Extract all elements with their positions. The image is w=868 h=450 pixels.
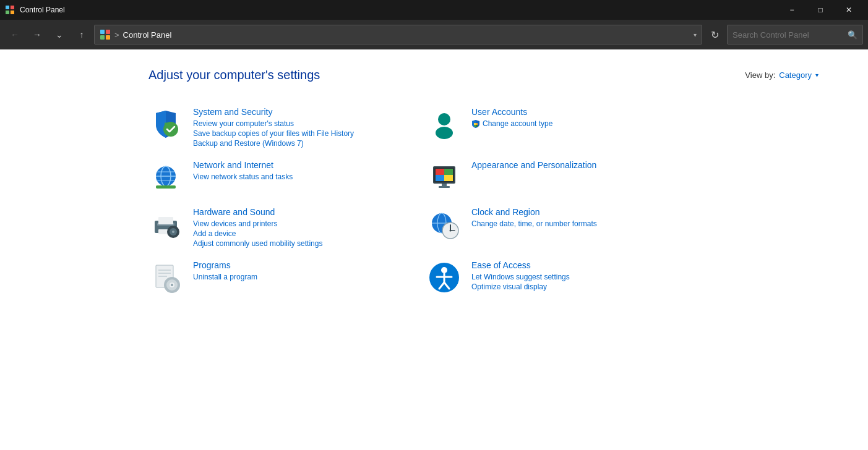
title-bar-left: Control Panel [5,5,65,15]
programs-title[interactable]: Programs [193,260,415,270]
svg-point-50 [171,284,173,286]
svg-rect-4 [100,30,105,34]
change-date-link[interactable]: Change date, time, or number formats [471,219,693,228]
user-accounts-icon [427,107,462,142]
category-network-internet: Network and Internet View network status… [148,154,427,201]
review-status-link[interactable]: Review your computer's status [193,119,415,128]
search-icon[interactable]: 🔍 [848,30,857,40]
up-button[interactable]: ↑ [72,25,92,45]
programs-text: Programs Uninstall a program [193,260,415,281]
svg-point-8 [163,122,178,137]
user-accounts-links: Change account type [471,119,693,128]
user-accounts-text: User Accounts Change account type [471,107,693,128]
svg-rect-26 [444,175,453,181]
category-appearance: Appearance and Personalization [427,154,705,201]
window-icon [5,5,15,15]
back-button[interactable]: ← [5,25,25,45]
hardware-sound-icon [148,207,183,242]
uninstall-link[interactable]: Uninstall a program [193,273,415,281]
category-clock-region: Clock and Region Change date, time, or n… [427,201,705,254]
svg-point-9 [438,113,450,125]
clock-region-links: Change date, time, or number formats [471,219,693,228]
svg-rect-12 [476,123,478,125]
search-input[interactable] [733,30,844,40]
clock-region-icon [427,207,462,242]
svg-rect-13 [474,125,476,127]
close-button[interactable]: ✕ [835,0,863,20]
svg-rect-20 [156,185,176,189]
system-security-title[interactable]: System and Security [193,107,415,117]
system-security-icon [148,107,183,142]
category-user-accounts: User Accounts Change account type [427,101,705,154]
search-bar[interactable]: 🔍 [727,25,863,45]
svg-rect-2 [6,11,9,14]
svg-rect-28 [439,186,450,188]
dropdown-button[interactable]: ⌄ [49,25,69,45]
backup-restore-link[interactable]: Backup and Restore (Windows 7) [193,139,415,148]
visual-display-link[interactable]: Optimize visual display [471,282,693,291]
svg-rect-23 [436,169,444,175]
system-security-text: System and Security Review your computer… [193,107,415,148]
svg-rect-31 [158,217,173,224]
svg-rect-25 [436,175,444,181]
svg-rect-11 [474,123,476,125]
svg-rect-0 [6,6,9,9]
category-system-security: System and Security Review your computer… [148,101,427,154]
mobility-settings-link[interactable]: Adjust commonly used mobility settings [193,239,415,248]
address-bar-input[interactable]: > Control Panel ▾ [94,25,702,45]
network-internet-title[interactable]: Network and Internet [193,160,415,170]
ease-of-access-text: Ease of Access Let Windows suggest setti… [471,260,693,291]
file-history-link[interactable]: Save backup copies of your files with Fi… [193,129,415,138]
clock-region-title[interactable]: Clock and Region [471,207,693,217]
page-title: Adjust your computer's settings [148,68,320,82]
ease-of-access-links: Let Windows suggest settings Optimize vi… [471,273,693,291]
uac-shield-icon [471,119,480,128]
add-device-link[interactable]: Add a device [193,229,415,238]
title-bar: Control Panel − □ ✕ [0,0,868,20]
change-account-link[interactable]: Change account type [471,119,693,128]
address-path-icon [100,29,111,40]
appearance-text: Appearance and Personalization [471,160,693,172]
appearance-icon [427,160,462,195]
hardware-sound-links: View devices and printers Add a device A… [193,219,415,248]
main-content: Adjust your computer's settings View by:… [0,49,868,450]
address-bar: ← → ⌄ ↑ > Control Panel ▾ ↻ 🔍 [0,20,868,49]
path-text: Control Panel [123,30,690,40]
network-internet-links: View network status and tasks [193,172,415,181]
hardware-sound-title[interactable]: Hardware and Sound [193,207,415,217]
svg-point-35 [172,231,174,233]
forward-button[interactable]: → [27,25,47,45]
ease-of-access-title[interactable]: Ease of Access [471,260,693,270]
view-by-control: View by: Category ▾ [745,70,819,80]
programs-links: Uninstall a program [193,273,415,281]
window-title: Control Panel [20,6,65,14]
svg-rect-14 [476,125,478,127]
svg-rect-24 [444,169,453,175]
maximize-button[interactable]: □ [806,0,835,20]
svg-rect-27 [442,184,447,186]
category-hardware-sound: Hardware and Sound View devices and prin… [148,201,427,254]
path-separator: > [114,30,119,40]
network-internet-icon [148,160,183,195]
view-network-link[interactable]: View network status and tasks [193,172,415,181]
network-internet-text: Network and Internet View network status… [193,160,415,181]
svg-point-10 [436,127,453,139]
view-devices-link[interactable]: View devices and printers [193,219,415,228]
user-accounts-title[interactable]: User Accounts [471,107,693,117]
suggest-settings-link[interactable]: Let Windows suggest settings [471,273,693,281]
svg-rect-3 [11,11,14,14]
appearance-title[interactable]: Appearance and Personalization [471,160,693,170]
view-by-value[interactable]: Category [779,70,812,80]
address-dropdown-icon[interactable]: ▾ [694,32,697,38]
view-by-arrow-icon[interactable]: ▾ [815,72,819,79]
clock-region-text: Clock and Region Change date, time, or n… [471,207,693,228]
refresh-button[interactable]: ↻ [705,25,724,45]
ease-of-access-icon [427,260,462,295]
svg-rect-6 [100,35,105,40]
category-programs: Programs Uninstall a program [148,254,427,301]
hardware-sound-text: Hardware and Sound View devices and prin… [193,207,415,248]
svg-rect-5 [106,30,110,34]
minimize-button[interactable]: − [778,0,806,20]
programs-icon [148,260,183,295]
title-bar-controls: − □ ✕ [778,0,863,20]
